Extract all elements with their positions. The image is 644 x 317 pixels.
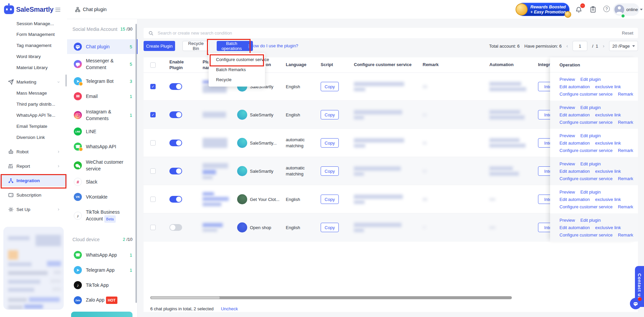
remark-link[interactable]: Remark — [618, 204, 633, 209]
account-item-tiktok-app[interactable]: ♪ TikTok App — [67, 278, 138, 292]
account-item-email[interactable]: ✉ Email 1 — [67, 90, 138, 103]
row-checkbox[interactable] — [150, 112, 156, 117]
sidebar-item-subscription[interactable]: Subscription — [0, 190, 67, 201]
edit-plugin-link[interactable]: Edit plugin — [580, 77, 601, 82]
edit-plugin-link[interactable]: Edit plugin — [580, 133, 601, 138]
edit-automation-link[interactable]: Edit automation — [559, 169, 590, 174]
user-menu[interactable]: online — [613, 3, 639, 16]
account-item-whatsapp-api[interactable]: ☎ WhatsApp API — [67, 140, 138, 153]
sidebar-item-third-party-distribution[interactable]: Third party distrib... — [0, 99, 67, 110]
next-page-icon[interactable]: › — [603, 43, 604, 49]
edit-plugin-link[interactable]: Edit plugin — [580, 105, 601, 110]
configure-customer-service-link[interactable]: Configure customer service — [559, 120, 612, 125]
row-checkbox[interactable] — [150, 168, 156, 174]
account-item-instagram[interactable]: Instagram & Comments 1 — [67, 106, 138, 124]
exclusive-link[interactable]: exclusive link — [595, 197, 621, 202]
exclusive-link[interactable]: exclusive link — [595, 225, 621, 230]
accounts-scrollbar[interactable] — [136, 24, 137, 303]
current-page-input[interactable]: 1 — [573, 41, 587, 51]
account-item-zalo-app[interactable]: Zalo Zalo AppHOT — [67, 294, 138, 307]
remark-link[interactable]: Remark — [618, 176, 633, 181]
rewards-promo-banner[interactable]: Rewards Boosted + Easy Promotion — [517, 3, 570, 16]
edit-automation-link[interactable]: Edit automation — [559, 112, 590, 117]
exclusive-link[interactable]: exclusive link — [595, 141, 621, 146]
edit-automation-link[interactable]: Edit automation — [559, 225, 590, 230]
uncheck-link[interactable]: Uncheck — [221, 306, 238, 311]
configure-customer-service-link[interactable]: Configure customer service — [559, 232, 612, 237]
sidebar-item-form-management[interactable]: Form Management — [0, 29, 67, 40]
configure-customer-service-link[interactable]: Configure customer service — [559, 176, 612, 181]
copy-script-button[interactable]: Copy — [321, 166, 339, 176]
account-item-tiktok-business[interactable]: ♪ TikTok Business AccountBeta — [67, 206, 138, 225]
menu-item-configure-customer-service[interactable]: Configure customer service — [209, 55, 265, 65]
preview-link[interactable]: Preview — [559, 161, 575, 166]
preview-link[interactable]: Preview — [559, 133, 575, 138]
enable-toggle[interactable] — [169, 168, 182, 174]
configure-customer-service-link[interactable]: Configure customer service — [559, 204, 612, 209]
sidebar-item-email-template[interactable]: Email Template — [0, 121, 67, 132]
batch-operations-button[interactable]: Batch operations⋮ — [217, 41, 253, 51]
row-checkbox[interactable] — [150, 140, 156, 146]
account-item-chat-plugin[interactable]: Chat plugin 5 — [67, 39, 138, 54]
row-checkbox[interactable] — [150, 225, 156, 230]
create-plugin-button[interactable]: Create Plugin — [144, 41, 175, 51]
copy-script-button[interactable]: Copy — [321, 82, 339, 91]
remark-link[interactable]: Remark — [618, 148, 633, 153]
sidebar-item-word-library[interactable]: Word library — [0, 51, 67, 62]
sidebar-item-mass-message[interactable]: Mass Message — [0, 88, 67, 99]
copy-script-button[interactable]: Copy — [321, 223, 339, 232]
remark-link[interactable]: Remark — [618, 92, 633, 97]
configure-customer-service-link[interactable]: Configure customer service — [559, 148, 612, 153]
tasks-clipboard-icon[interactable] — [590, 6, 596, 13]
sidebar-item-integration[interactable]: Integration — [0, 174, 67, 187]
account-item-vkontakte[interactable]: VK VKontakte — [67, 190, 138, 204]
row-checkbox[interactable] — [150, 84, 156, 89]
edit-plugin-link[interactable]: Edit plugin — [580, 190, 601, 195]
account-item-whatsapp-app[interactable]: ☎ WhatsApp App 1 — [67, 248, 138, 262]
contact-chat-button[interactable] — [630, 298, 641, 309]
select-all-checkbox[interactable] — [150, 62, 156, 68]
edit-automation-link[interactable]: Edit automation — [559, 84, 590, 89]
exclusive-link[interactable]: exclusive link — [595, 84, 621, 89]
copy-script-button[interactable]: Copy — [321, 110, 339, 119]
account-item-wechat[interactable]: WeChat customer service — [67, 156, 138, 175]
remark-link[interactable]: Remark — [618, 120, 633, 125]
edit-plugin-link[interactable]: Edit plugin — [580, 161, 601, 166]
sidebar-item-set-up[interactable]: Set Up — [0, 204, 67, 215]
sidebar-promo-card[interactable] — [3, 227, 64, 310]
recycle-bin-button[interactable]: Recycle Bin — [182, 41, 209, 51]
account-item-messenger[interactable]: Messenger & Comment 5 — [67, 55, 138, 73]
sidebar-item-report[interactable]: Report — [0, 161, 67, 172]
sidebar-item-robot[interactable]: Robot — [0, 146, 67, 157]
enable-toggle[interactable] — [169, 111, 182, 118]
panel-bottom-button[interactable] — [71, 312, 132, 317]
edit-automation-link[interactable]: Edit automation — [559, 141, 590, 146]
copy-script-button[interactable]: Copy — [321, 195, 339, 204]
sidebar-item-tag-management[interactable]: Tag management — [0, 40, 67, 51]
preview-link[interactable]: Preview — [559, 190, 575, 195]
account-item-slack[interactable]: # Slack — [67, 175, 138, 189]
sidebar-item-marketing[interactable]: Marketing — [0, 76, 67, 88]
edit-automation-link[interactable]: Edit automation — [559, 197, 590, 202]
account-item-telegram-bot[interactable]: ➤ Telegram Bot 3 — [67, 74, 138, 88]
page-size-select[interactable]: 20 /Page — [609, 41, 638, 51]
account-item-line[interactable]: LINE LINE — [67, 125, 138, 138]
row-checkbox[interactable] — [150, 197, 156, 202]
menu-item-recycle[interactable]: Recycle — [209, 75, 265, 85]
enable-toggle[interactable] — [169, 140, 182, 146]
exclusive-link[interactable]: exclusive link — [595, 112, 621, 117]
horizontal-scrollbar[interactable] — [150, 296, 512, 299]
brand-logo[interactable]: SaleSmartly — [0, 0, 67, 19]
enable-toggle[interactable] — [169, 83, 182, 90]
configure-customer-service-link[interactable]: Configure customer service — [559, 92, 612, 97]
sidebar-scrollbar[interactable] — [65, 74, 67, 87]
prev-page-icon[interactable]: ‹ — [567, 43, 568, 49]
reset-button[interactable]: Reset — [622, 31, 633, 36]
help-icon[interactable]: ? — [603, 6, 610, 12]
edit-plugin-link[interactable]: Edit plugin — [580, 218, 601, 223]
sidebar-item-material-library[interactable]: Material Library — [0, 62, 67, 73]
scrollbar-thumb[interactable] — [151, 297, 220, 299]
menu-item-batch-remarks[interactable]: Batch Remarks — [209, 65, 265, 75]
enable-toggle[interactable] — [169, 196, 182, 203]
help-link[interactable]: How do I use the plugin? — [250, 41, 298, 51]
